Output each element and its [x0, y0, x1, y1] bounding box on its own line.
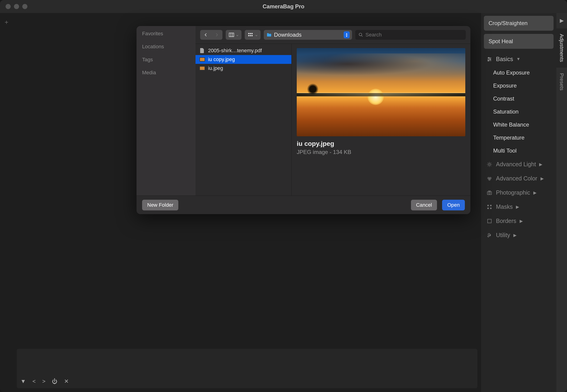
camera-icon: [486, 190, 493, 196]
file-row[interactable]: iu.jpeg: [195, 64, 291, 73]
new-folder-button[interactable]: New Folder: [142, 200, 178, 210]
file-row[interactable]: 2005-shirk…tenemy.pdf: [195, 46, 291, 55]
svg-rect-32: [248, 35, 249, 36]
basics-item-saturation[interactable]: Saturation: [484, 105, 553, 118]
chevron-right-icon: ▶: [516, 204, 519, 210]
svg-rect-29: [248, 33, 249, 34]
chevron-right-icon: ▶: [540, 176, 544, 181]
dialog-body: Favorites Locations Tags Media ⌵: [137, 26, 470, 196]
svg-point-17: [488, 178, 491, 181]
wrench-icon: [486, 232, 493, 238]
section-label: Masks: [496, 203, 513, 210]
svg-rect-23: [487, 208, 489, 209]
basics-item-multi-tool[interactable]: Multi Tool: [484, 144, 553, 157]
minimize-window-button[interactable]: [14, 4, 19, 9]
basics-item-white-balance[interactable]: White Balance: [484, 118, 553, 131]
light-icon: [486, 161, 493, 168]
collapse-panel-button[interactable]: ▶: [556, 13, 567, 28]
svg-line-13: [488, 166, 488, 166]
svg-point-35: [359, 33, 362, 36]
document-icon: [199, 48, 205, 53]
utility-section[interactable]: Utility ▶: [484, 228, 553, 242]
main-content: + PHOTO / VIDEO ▼ < > ⏻ ✕ Crop/Straighte…: [0, 13, 567, 392]
chevron-right-icon: ▶: [513, 233, 517, 238]
file-row[interactable]: iu copy.jpeg: [195, 55, 291, 64]
location-select[interactable]: Downloads ▲▼: [264, 30, 352, 40]
borders-icon: [486, 218, 493, 224]
tab-adjustments[interactable]: Adjustments: [556, 28, 567, 68]
disclosure-toggle[interactable]: ▼: [20, 378, 26, 385]
back-button[interactable]: [200, 30, 211, 40]
file-open-dialog: Favorites Locations Tags Media ⌵: [137, 26, 470, 214]
dialog-main: ⌵ ⌵ Downloads ▲▼: [195, 26, 470, 196]
svg-point-19: [488, 192, 490, 194]
svg-rect-31: [251, 33, 253, 34]
svg-rect-26: [229, 33, 234, 37]
file-name: 2005-shirk…tenemy.pdf: [208, 48, 262, 54]
basics-section-header[interactable]: Basics ▼: [484, 52, 553, 66]
open-button[interactable]: Open: [442, 200, 465, 210]
app-title: CameraBag Pro: [263, 3, 304, 10]
section-label: Photographic: [496, 189, 530, 196]
svg-rect-33: [250, 35, 251, 36]
preview-pane: iu copy.jpeg JPEG image - 134 KB: [292, 44, 470, 196]
basics-item-contrast[interactable]: Contrast: [484, 92, 553, 105]
location-label: Downloads: [274, 32, 302, 38]
section-label: Utility: [496, 232, 510, 238]
spot-heal-button[interactable]: Spot Heal: [484, 34, 553, 49]
svg-point-5: [488, 60, 489, 61]
photographic-section[interactable]: Photographic ▶: [484, 185, 553, 200]
svg-rect-38: [200, 58, 205, 61]
dialog-toolbar: ⌵ ⌵ Downloads ▲▼: [195, 26, 470, 44]
nav-buttons: [200, 30, 222, 40]
color-icon: [486, 175, 493, 182]
cancel-button[interactable]: Cancel: [411, 200, 437, 210]
search-box[interactable]: [355, 30, 466, 40]
tab-presets[interactable]: Presets: [556, 68, 567, 96]
file-list: 2005-shirk…tenemy.pdf iu copy.jpeg iu.jp…: [195, 44, 292, 196]
prev-button[interactable]: <: [32, 378, 36, 385]
advanced-light-section[interactable]: Advanced Light ▶: [484, 157, 553, 171]
sidebar-media[interactable]: Media: [142, 70, 190, 76]
group-view-button[interactable]: ⌵: [245, 30, 261, 40]
basics-item-auto-exposure[interactable]: Auto Exposure: [484, 66, 553, 79]
sliders-icon: [486, 56, 493, 62]
preview-image: [297, 48, 465, 136]
chevron-down-icon: ⌵: [255, 33, 257, 37]
sidebar-locations[interactable]: Locations: [142, 44, 190, 50]
forward-button[interactable]: [211, 30, 222, 40]
section-label: Advanced Light: [496, 161, 536, 168]
sidebar-tags[interactable]: Tags: [142, 57, 190, 63]
masks-section[interactable]: Masks ▶: [484, 200, 553, 214]
app-window: CameraBag Pro + PHOTO / VIDEO ▼ < > ⏻ ✕ …: [0, 0, 567, 392]
advanced-color-section[interactable]: Advanced Color ▶: [484, 171, 553, 185]
section-label: Advanced Color: [496, 175, 537, 182]
power-button[interactable]: ⏻: [52, 378, 57, 385]
close-window-button[interactable]: [6, 4, 11, 9]
svg-point-4: [490, 59, 491, 60]
svg-rect-25: [488, 219, 491, 223]
basics-item-exposure[interactable]: Exposure: [484, 79, 553, 92]
close-button[interactable]: ✕: [64, 378, 69, 385]
crop-straighten-button[interactable]: Crop/Straighten: [484, 16, 553, 31]
search-input[interactable]: [365, 32, 463, 38]
chevron-down-icon: ▼: [516, 57, 521, 62]
section-label: Borders: [496, 218, 516, 224]
svg-rect-20: [488, 191, 490, 192]
svg-line-36: [361, 36, 363, 37]
svg-rect-30: [250, 33, 251, 34]
preview-meta: JPEG image - 134 KB: [297, 149, 465, 155]
add-button[interactable]: +: [0, 19, 13, 26]
image-icon: [199, 57, 205, 62]
masks-icon: [486, 204, 493, 210]
borders-section[interactable]: Borders ▶: [484, 214, 553, 228]
zoom-window-button[interactable]: [22, 4, 28, 9]
next-button[interactable]: >: [42, 378, 45, 385]
basics-item-temperature[interactable]: Temperature: [484, 131, 553, 144]
updown-icon: ▲▼: [344, 31, 350, 38]
sidebar-favorites[interactable]: Favorites: [142, 31, 190, 37]
svg-rect-40: [200, 67, 205, 70]
basics-label: Basics: [496, 56, 513, 62]
column-view-button[interactable]: ⌵: [226, 30, 241, 40]
panel-tabs: ▶ Adjustments Presets: [556, 13, 567, 392]
